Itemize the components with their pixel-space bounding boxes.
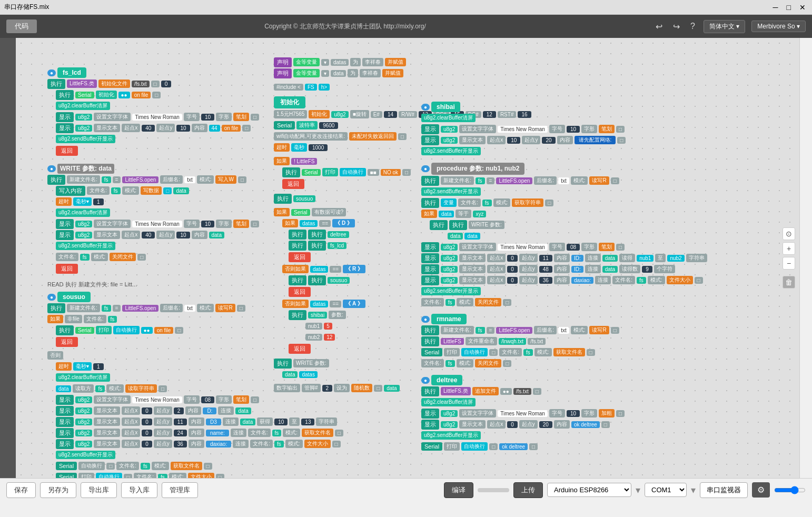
port-selector[interactable]: COM1 xyxy=(645,483,687,497)
proc-var-row: 执行 变量 文件名: fs 模式: 获取字符串 □ xyxy=(421,197,707,208)
deltree-send: u8g2.sendBuffer开显示 xyxy=(421,430,707,441)
proc-close: 文件名: fs 模式: 关闭文件 □ xyxy=(421,297,707,307)
get-filename-s: Serial 自动换行 □ 文件名: fs 模式: 获取文件名 □ xyxy=(47,461,343,471)
zoom-in-btn[interactable]: + xyxy=(783,242,795,255)
left-sidebar xyxy=(0,38,16,478)
right-sidebar xyxy=(799,38,812,478)
block-group-shibai: ● shibai u8g2.clearBuffer清屏 显示 u8g2 设置文字… xyxy=(421,101,707,452)
shibai-header: ● shibai xyxy=(421,102,707,112)
volume-slider[interactable] xyxy=(774,486,806,494)
rmname-header: ● rmname xyxy=(421,314,707,324)
window-controls[interactable]: ─ □ ✕ xyxy=(771,3,808,12)
proc-exec-1: 执行 新建文件名: fs = LittleFS.open 后缀名: txt 模式… xyxy=(421,175,707,186)
disp-daxiao: 显示 u8g2 显示文本 起点x 0 起点y 36 内容 daxiao: 连接 … xyxy=(47,439,343,449)
main-area: ● fs_lcd 执行 LittleFS.类 初始化文件 /fs.txt □ 0… xyxy=(0,38,812,478)
decl-row-1: 声明 金等变量 ▾ datas 为 李祥春 并赋值 xyxy=(274,57,531,67)
proc-if-data: 如果 data 等于 xyz xyxy=(421,208,707,219)
shibai-font-1: 显示 u8g2 设置文字字体 Times New Roman 字号 10 字形 … xyxy=(421,124,707,134)
deltree-header: ● deltree xyxy=(421,375,707,385)
redo-btn[interactable]: ↪ xyxy=(671,21,682,33)
save-button[interactable]: 保存 xyxy=(6,482,36,498)
close-btn[interactable]: ✕ xyxy=(797,3,808,12)
procedure-section: ● procedure 参数: nub1, nub2 执行 新建文件名: fs … xyxy=(421,163,707,307)
undo-btn[interactable]: ↩ xyxy=(653,21,665,33)
compile-progress xyxy=(478,488,509,492)
deltree-serial: Serial 打印 自动换行 □ ok deltree □ xyxy=(421,441,707,452)
rmname-section: ● rmname 执行 新建文件名: fs = LittleFS.open 后缀… xyxy=(421,314,707,369)
proc-send: u8g2.sendBuffer开显示 xyxy=(421,186,707,197)
deltree-clear: u8g2.clearBuffer清屏 xyxy=(421,397,707,407)
blocks-canvas[interactable]: ● fs_lcd 执行 LittleFS.类 初始化文件 /fs.txt □ 0… xyxy=(16,38,799,478)
deltree-disp: 显示 u8g2 显示文本 起点x 0 起点y 20 内容 ok deltree … xyxy=(421,419,707,430)
proc-disp-048: 显示 u8g2 显示文本 起点x 0 起点y 48 内容 ID: 连接 data… xyxy=(421,264,707,274)
send-buf-s: u8g2.sendBuffer开显示 xyxy=(47,450,343,460)
disp-011: 显示 u8g2 显示文本 起点x 0 起点y 11 内容 D3 连接 data … xyxy=(47,416,343,427)
proc-send-2: u8g2.sendBuffer开显示 xyxy=(421,286,707,296)
header-right: ↩ ↪ ? 简体中文 ▾ Merbivore So ▾ xyxy=(653,20,806,33)
filesize-row: Serial 打印 自动换行 □ 文件名: fs 模式: 文件大小 □ xyxy=(47,472,343,478)
serial-monitor-button[interactable]: 串口监视器 xyxy=(700,482,748,498)
compile-button[interactable]: 编译 xyxy=(444,482,473,498)
deltree-exec: 执行 LittleFS.类 追加文件 ●● /fs.txt □ xyxy=(421,386,707,396)
zoom-controls: ⊙ + − 🗑 xyxy=(783,227,795,289)
maximize-btn[interactable]: □ xyxy=(785,3,793,12)
upload-button[interactable]: 上传 xyxy=(513,482,543,498)
font-selector[interactable]: Merbivore So ▾ xyxy=(751,21,806,32)
disp-02: 显示 u8g2 显示文本 起点x 0 起点y 2 内容 D: 连接 data xyxy=(47,405,343,416)
export-lib-button[interactable]: 导出库 xyxy=(81,482,117,498)
delete-btn[interactable]: 🗑 xyxy=(783,276,795,289)
scroll-area[interactable]: ● fs_lcd 执行 LittleFS.类 初始化文件 /fs.txt □ 0… xyxy=(16,38,799,478)
header-copyright: Copyright © 北京师范大学谭秉贞博士团队 http://mixly.o… xyxy=(264,22,426,31)
bottom-right-actions: 编译 上传 Arduino ESP8266 ▾ COM1 ▾ 串口监视器 ⚙ xyxy=(444,482,806,498)
save-as-button[interactable]: 另存为 xyxy=(40,482,76,498)
shibai-send: u8g2.sendBuffer开显示 xyxy=(421,146,707,156)
disp-name: 显示 u8g2 显示文本 起点x 0 起点y 24 内容 name: 连接 文件… xyxy=(47,427,343,438)
tab-code[interactable]: 代码 xyxy=(6,19,37,33)
rm-serial: Serial 打印 自动换行 □ 文件名: fs 模式: 获取文件名 □ xyxy=(421,347,707,357)
titlebar: 串口存储FS.mix ─ □ ✕ xyxy=(0,0,812,15)
proc-data: data data xyxy=(421,231,707,241)
procedure-header: ● procedure 参数: nub1, nub2 xyxy=(421,163,707,175)
rm-close: 文件名: fs 模式: 关闭文件 □ xyxy=(421,358,707,369)
language-selector[interactable]: 简体中文 ▾ xyxy=(704,20,745,33)
deltree-section: ● deltree 执行 LittleFS.类 追加文件 ●● /fs.txt … xyxy=(421,375,707,452)
device-selector[interactable]: Arduino ESP8266 xyxy=(547,483,631,497)
manage-lib-button[interactable]: 管理库 xyxy=(162,482,198,498)
zoom-out-btn[interactable]: − xyxy=(783,257,795,270)
minimize-btn[interactable]: ─ xyxy=(771,3,780,12)
decl-row-2: 声明 金等变量 ▾ data 为 李祥春 并赋值 xyxy=(274,68,531,78)
settings-button[interactable]: ⚙ xyxy=(752,482,770,498)
proc-disp-font: 显示 u8g2 设置文字字体 Times New Roman 字号 08 字形 … xyxy=(421,242,707,252)
window-title: 串口存储FS.mix xyxy=(4,3,49,12)
bottom-toolbar: 保存 另存为 导出库 导入库 管理库 编译 上传 Arduino ESP8266… xyxy=(0,478,812,501)
proc-disp-036: 显示 u8g2 显示文本 起点x 0 起点y 36 内容 daxiao: 连接 … xyxy=(421,275,707,285)
shibai-clear: u8g2.clearBuffer清屏 xyxy=(421,113,707,123)
help-btn[interactable]: ? xyxy=(688,21,697,32)
shibai-disp-1: 显示 u8g2 显示文本 起点x 10 起点y 20 内容 请先配置网络: □ xyxy=(421,135,707,145)
disp-font-s: 显示 u8g2 设置文字字体 Times New Roman 字号 08 字形 … xyxy=(47,394,343,405)
header-toolbar: 代码 Copyright © 北京师范大学谭秉贞博士团队 http://mixl… xyxy=(0,15,812,38)
header-left: 代码 xyxy=(6,19,37,33)
proc-write: 执行 执行 WRITE 参数: xyxy=(421,220,707,230)
proc-disp-011: 显示 u8g2 显示文本 起点x 0 起点y 11 内容 ID: 连接 data… xyxy=(421,253,707,263)
zoom-reset-btn[interactable]: ⊙ xyxy=(783,227,795,240)
import-lib-button[interactable]: 导入库 xyxy=(121,482,157,498)
include-row: #include < FS h> xyxy=(274,82,531,92)
bottom-left-actions: 保存 另存为 导出库 导入库 管理库 xyxy=(6,482,198,498)
deltree-font: 显示 u8g2 设置文字字体 Times New Roman 字号 10 字形 … xyxy=(421,408,707,419)
rm-exec-1: 执行 新建文件名: fs = LittleFS.open 后缀名: txt 模式… xyxy=(421,325,707,335)
rm-rename: 执行 LittleFS 文件重命名 /lnwqh.txt /fs.txt xyxy=(421,336,707,346)
